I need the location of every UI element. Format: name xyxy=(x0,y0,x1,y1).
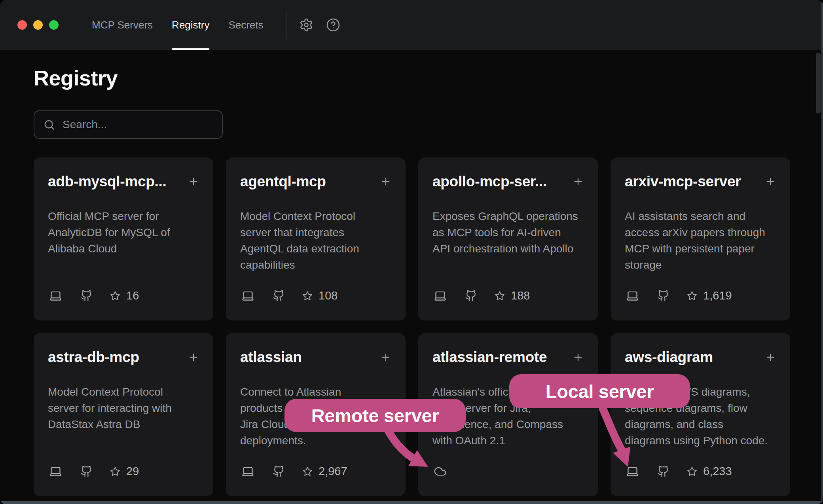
card-title: astra-db-mcp xyxy=(48,349,139,366)
card-footer: 188 xyxy=(433,289,530,302)
card-title: atlassian-remote xyxy=(432,349,547,366)
scrollbar-thumb[interactable] xyxy=(816,53,821,114)
annotation-remote-server-label: Remote server xyxy=(311,405,439,426)
card-header: adb-mysql-mcp... xyxy=(48,173,199,190)
card-description-line: Model Context Protocol xyxy=(240,208,391,224)
gear-icon xyxy=(299,18,313,32)
traffic-lights xyxy=(0,0,59,50)
main-nav: MCP Servers Registry Secrets xyxy=(92,0,264,50)
card-description-line: access arXiv papers through xyxy=(625,224,776,241)
plus-icon xyxy=(380,176,391,187)
card-description: Model Context Protocolserver for interac… xyxy=(48,384,199,432)
add-server-button[interactable] xyxy=(380,176,391,187)
card-description-line: server that integrates xyxy=(240,224,391,241)
card-description-line: Official MCP server for xyxy=(48,208,199,224)
card-title: atlassian xyxy=(240,349,302,366)
page-title: Registry xyxy=(34,65,789,91)
add-server-button[interactable] xyxy=(765,176,776,187)
star-count: 188 xyxy=(511,289,530,302)
card-title: arxiv-mcp-server xyxy=(625,173,741,190)
registry-card[interactable]: apollo-mcp-ser... Exposes GraphQL operat… xyxy=(418,157,598,320)
add-server-button[interactable] xyxy=(188,352,199,363)
help-button[interactable] xyxy=(326,0,340,50)
star-icon xyxy=(302,291,313,301)
card-description-line: diagrams, and class xyxy=(625,416,776,432)
card-header: atlassian-remote xyxy=(432,349,584,366)
annotation-local-arrow-icon xyxy=(592,405,643,471)
search-icon xyxy=(43,119,55,131)
tab-registry[interactable]: Registry xyxy=(172,0,209,50)
registry-card[interactable]: astra-db-mcp Model Context Protocolserve… xyxy=(34,333,213,496)
window-right-edge xyxy=(821,0,823,504)
zoom-window-button[interactable] xyxy=(49,20,59,30)
laptop-icon xyxy=(433,289,448,302)
annotation-remote-arrow-icon xyxy=(372,426,439,474)
github-icon xyxy=(657,465,669,477)
add-server-button[interactable] xyxy=(765,352,776,363)
search-input[interactable] xyxy=(63,118,213,131)
plus-icon xyxy=(573,176,584,187)
star-count: 6,233 xyxy=(703,465,732,478)
card-footer: 108 xyxy=(241,289,338,302)
card-header: aws-diagram xyxy=(625,349,776,366)
close-window-button[interactable] xyxy=(17,20,27,30)
card-description-line: deployments. xyxy=(240,432,391,449)
add-server-button[interactable] xyxy=(573,352,584,363)
card-footer: 1,619 xyxy=(625,289,732,302)
card-header: apollo-mcp-ser... xyxy=(432,173,584,190)
registry-card[interactable]: adb-mysql-mcp... Official MCP server for… xyxy=(34,157,213,320)
star-rating: 6,233 xyxy=(687,465,732,478)
laptop-icon xyxy=(625,289,640,302)
add-server-button[interactable] xyxy=(380,352,391,363)
card-title: aws-diagram xyxy=(625,349,713,366)
star-rating: 2,967 xyxy=(302,465,347,478)
card-description: Official MCP server forAnalyticDB for My… xyxy=(48,208,199,257)
card-header: atlassian xyxy=(240,349,391,366)
card-footer: 16 xyxy=(48,289,139,302)
card-title: apollo-mcp-ser... xyxy=(432,173,547,190)
card-header: arxiv-mcp-server xyxy=(625,173,776,190)
window-bottom-edge xyxy=(0,501,823,504)
card-description-line: AnalyticDB for MySQL of xyxy=(48,224,199,241)
star-icon xyxy=(110,466,120,477)
star-rating: 29 xyxy=(110,465,139,478)
help-circle-icon xyxy=(326,18,340,32)
laptop-icon xyxy=(48,465,63,478)
star-icon xyxy=(302,466,313,477)
card-description-line: AgentQL data extraction xyxy=(240,241,391,257)
registry-card[interactable]: agentql-mcp Model Context Protocolserver… xyxy=(226,157,406,320)
star-icon xyxy=(687,466,697,477)
search-box xyxy=(34,110,223,139)
topbar: MCP Servers Registry Secrets xyxy=(0,0,823,50)
card-description: AI assistants search andaccess arXiv pap… xyxy=(625,208,776,273)
github-icon xyxy=(80,465,93,477)
star-count: 1,619 xyxy=(703,289,732,302)
app-window: MCP Servers Registry Secrets Registry ad… xyxy=(0,0,823,504)
tab-mcp-servers[interactable]: MCP Servers xyxy=(92,0,153,50)
card-description-line: server for interacting with xyxy=(48,400,199,416)
card-description: Exposes GraphQL operationsas MCP tools f… xyxy=(432,208,584,257)
star-rating: 1,619 xyxy=(687,289,732,302)
minimize-window-button[interactable] xyxy=(33,20,43,30)
github-icon xyxy=(273,290,285,302)
add-server-button[interactable] xyxy=(573,176,584,187)
star-rating: 16 xyxy=(110,289,139,302)
plus-icon xyxy=(188,176,199,187)
add-server-button[interactable] xyxy=(188,176,199,187)
tab-secrets[interactable]: Secrets xyxy=(228,0,263,50)
laptop-icon xyxy=(241,465,255,478)
card-description-line: Exposes GraphQL operations xyxy=(432,208,584,224)
card-header: agentql-mcp xyxy=(240,173,391,190)
card-description-line: Alibaba Cloud xyxy=(48,241,199,257)
annotation-local-server-label: Local server xyxy=(546,381,654,402)
annotation-local-server: Local server xyxy=(509,374,690,408)
card-description: Model Context Protocolserver that integr… xyxy=(240,208,391,273)
plus-icon xyxy=(765,176,776,187)
card-description-line: MCP with persistent paper xyxy=(625,241,776,257)
topbar-divider xyxy=(286,11,286,39)
settings-button[interactable] xyxy=(299,0,313,50)
registry-card[interactable]: arxiv-mcp-server AI assistants search an… xyxy=(611,157,790,320)
star-rating: 108 xyxy=(302,289,338,302)
star-icon xyxy=(110,291,120,301)
star-icon xyxy=(687,291,697,301)
